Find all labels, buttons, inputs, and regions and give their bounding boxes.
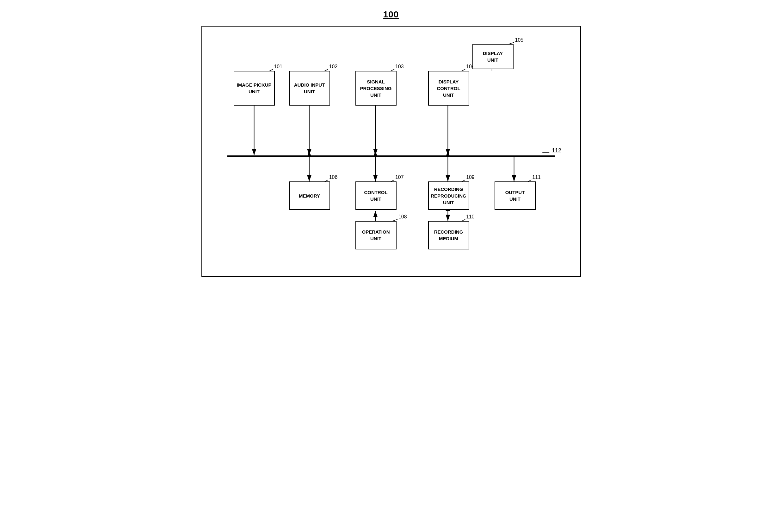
signal-processing-label: SIGNALPROCESSINGUNIT [360,78,391,98]
audio-input-label: AUDIO INPUT UNIT [292,82,327,95]
diagram-container: 112 [202,26,581,277]
svg-text:108: 108 [398,214,407,219]
svg-text:102: 102 [329,64,337,69]
svg-text:112: 112 [552,147,561,154]
operation-label: OPERATIONUNIT [362,229,390,242]
display-label: DISPLAYUNIT [483,50,503,63]
diagram-inner: 112 [218,39,564,261]
memory-block: MEMORY [289,182,330,210]
audio-input-unit-block: AUDIO INPUT UNIT [289,71,330,106]
svg-text:110: 110 [466,214,475,219]
output-label: OUTPUTUNIT [505,189,525,202]
svg-text:105: 105 [515,37,523,43]
output-unit-block: OUTPUTUNIT [495,182,536,210]
page-title: 100 [383,9,399,20]
control-label: CONTROLUNIT [364,189,387,202]
svg-text:111: 111 [532,175,541,180]
recording-medium-block: RECORDINGMEDIUM [428,221,469,250]
svg-text:107: 107 [395,175,403,180]
recording-medium-label: RECORDINGMEDIUM [434,229,463,242]
memory-label: MEMORY [299,192,320,199]
svg-text:106: 106 [329,175,337,180]
svg-text:101: 101 [274,64,282,69]
display-control-unit-block: DISPLAYCONTROLUNIT [428,71,469,106]
recording-reproducing-unit-block: RECORDINGREPRODUCINGUNIT [428,182,469,210]
display-unit-block: DISPLAYUNIT [472,44,513,69]
operation-unit-block: OPERATIONUNIT [355,221,396,250]
image-pickup-label: IMAGE PICKUP UNIT [237,82,272,95]
svg-text:103: 103 [395,64,403,69]
display-control-label: DISPLAYCONTROLUNIT [437,78,460,98]
svg-text:109: 109 [466,175,475,180]
recording-reproducing-label: RECORDINGREPRODUCINGUNIT [431,186,466,206]
image-pickup-unit-block: IMAGE PICKUP UNIT [234,71,275,106]
signal-processing-unit-block: SIGNALPROCESSINGUNIT [355,71,396,106]
control-unit-block: CONTROLUNIT [355,182,396,210]
